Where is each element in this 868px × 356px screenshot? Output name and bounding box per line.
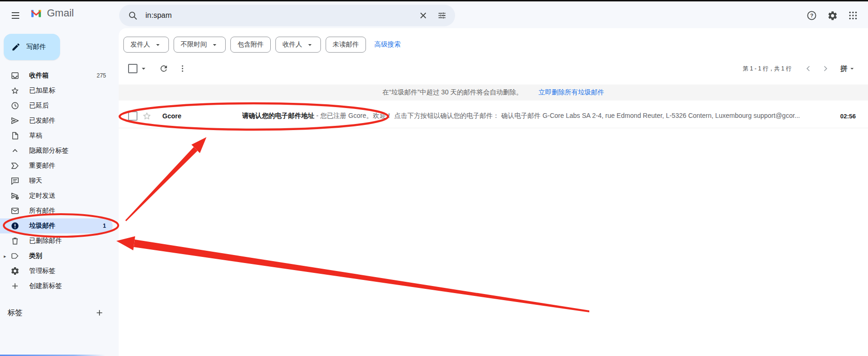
advanced-search-link[interactable]: 高级搜索 xyxy=(374,40,401,49)
sidebar-item-manage-labels[interactable]: 管理标签 xyxy=(0,263,113,279)
inbox-icon xyxy=(10,71,20,80)
select-all-checkbox[interactable] xyxy=(128,64,137,73)
main-panel: 发件人不限时间包含附件收件人未读邮件高级搜索 第 1 - 1 行，共 1 行 xyxy=(119,28,868,356)
main-menu-button[interactable] xyxy=(6,6,25,25)
sidebar-item-label: 管理标签 xyxy=(29,267,55,275)
sidebar-item-all-mail[interactable]: 所有邮件 xyxy=(0,203,113,218)
gear-icon xyxy=(827,10,838,21)
chevron-right-icon xyxy=(821,64,830,73)
sidebar-item-label: 隐藏部分标签 xyxy=(29,147,69,155)
pencil-icon xyxy=(11,42,21,52)
star-icon[interactable] xyxy=(142,111,152,121)
sidebar-item-categories[interactable]: ▸类别 xyxy=(0,248,113,263)
sidebar-nav: 收件箱275已加星标已延后已发邮件草稿隐藏部分标签重要邮件聊天定时发送所有邮件垃… xyxy=(0,68,119,294)
gear-icon xyxy=(10,266,20,276)
sidebar-item-spam[interactable]: 垃圾邮件1 xyxy=(0,218,113,233)
filter-chip-has-attachment[interactable]: 包含附件 xyxy=(230,37,271,53)
trash-icon xyxy=(10,236,20,246)
search-input[interactable] xyxy=(145,11,414,20)
spam-auto-delete-banner: 在“垃圾邮件”中超过 30 天的邮件将会自动删除。 立即删除所有垃圾邮件 xyxy=(119,85,868,101)
filter-chip-anytime[interactable]: 不限时间 xyxy=(174,37,226,53)
add-label-button[interactable] xyxy=(95,308,104,317)
toolbar-right: 第 1 - 1 行，共 1 行 拼 xyxy=(743,60,856,77)
sidebar-item-scheduled[interactable]: 定时发送 xyxy=(0,188,113,203)
email-subject-snippet: 请确认您的电子邮件地址 - 您已注册 Gcore。欢迎！ 点击下方按钮以确认您的… xyxy=(242,112,833,120)
gmail-logo: Gmail xyxy=(29,7,74,19)
select-dropdown-caret-icon[interactable] xyxy=(139,64,148,73)
input-method-selector[interactable]: 拼 xyxy=(840,64,856,73)
email-subject: 请确认您的电子邮件地址 xyxy=(242,112,314,119)
sidebar-item-label: 所有邮件 xyxy=(29,207,55,215)
unread-count-badge: 275 xyxy=(97,72,106,79)
sidebar-item-label: 已延后 xyxy=(29,101,49,110)
gmail-app: Gmail 写邮件 xyxy=(0,0,868,356)
top-header: Gmail xyxy=(0,1,868,28)
chip-label: 收件人 xyxy=(282,40,302,49)
send-icon xyxy=(10,116,20,125)
sidebar-item-label: 已加星标 xyxy=(29,86,55,95)
plus-icon xyxy=(10,281,20,291)
chip-label: 发件人 xyxy=(130,40,150,49)
delete-all-spam-link[interactable]: 立即删除所有垃圾邮件 xyxy=(539,88,604,97)
compose-button[interactable]: 写邮件 xyxy=(4,34,60,60)
more-options-button[interactable] xyxy=(173,59,192,78)
sidebar-item-snoozed[interactable]: 已延后 xyxy=(0,98,113,113)
chip-label: 包含附件 xyxy=(237,40,264,49)
sidebar-item-inbox[interactable]: 收件箱275 xyxy=(0,68,113,83)
pagination-status: 第 1 - 1 行，共 1 行 xyxy=(743,65,792,73)
search-options-button[interactable] xyxy=(433,6,451,25)
filter-chip-recipient[interactable]: 收件人 xyxy=(275,37,321,53)
sidebar-item-sent[interactable]: 已发邮件 xyxy=(0,113,113,128)
tune-icon xyxy=(437,10,447,21)
chevup-icon xyxy=(10,146,20,155)
sidebar-item-label: 重要邮件 xyxy=(29,162,55,170)
unread-count-badge: 1 xyxy=(103,223,106,229)
banner-text: 在“垃圾邮件”中超过 30 天的邮件将会自动删除。 xyxy=(382,88,523,97)
email-snippet: - 您已注册 Gcore。欢迎！ 点击下方按钮以确认您的电子邮件： 确认电子邮件… xyxy=(316,112,800,119)
email-row[interactable]: Gcore 请确认您的电子邮件地址 - 您已注册 Gcore。欢迎！ 点击下方按… xyxy=(119,104,868,128)
gmail-m-icon xyxy=(29,7,43,19)
sidebar-item-label: 已删除邮件 xyxy=(29,237,62,245)
list-toolbar: 第 1 - 1 行，共 1 行 拼 xyxy=(119,57,868,80)
filter-chip-sender[interactable]: 发件人 xyxy=(123,37,169,53)
older-page-button[interactable] xyxy=(817,60,834,77)
settings-button[interactable] xyxy=(822,6,843,25)
sidebar-item-label: 已发邮件 xyxy=(29,116,55,125)
search-icon xyxy=(128,10,138,21)
sidebar-item-drafts[interactable]: 草稿 xyxy=(0,128,113,143)
sidebar-item-important[interactable]: 重要邮件 xyxy=(0,158,113,173)
sidebar-item-label: 聊天 xyxy=(29,177,42,185)
hamburger-icon xyxy=(10,10,21,21)
sidebar-item-label: 收件箱 xyxy=(29,71,49,80)
close-icon xyxy=(418,10,428,21)
sidebar-item-label: 垃圾邮件 xyxy=(29,222,55,230)
compose-label: 写邮件 xyxy=(26,43,46,51)
draft-icon xyxy=(10,131,20,140)
star-icon xyxy=(10,86,20,95)
help-button[interactable] xyxy=(801,6,822,25)
sidebar-item-chats[interactable]: 聊天 xyxy=(0,173,113,188)
email-sender: Gcore xyxy=(162,112,242,120)
window-top-edge xyxy=(0,0,868,1)
chip-label: 不限时间 xyxy=(181,40,207,49)
chip-label: 未读邮件 xyxy=(333,40,359,49)
header-actions xyxy=(801,6,863,25)
sidebar-item-create-label[interactable]: 创建新标签 xyxy=(0,279,113,294)
expand-arrow-icon[interactable]: ▸ xyxy=(4,254,6,259)
schedsend-icon xyxy=(10,191,20,201)
email-checkbox[interactable] xyxy=(128,111,137,121)
sidebar-item-hide-labels[interactable]: 隐藏部分标签 xyxy=(0,143,113,158)
sidebar-item-trash[interactable]: 已删除邮件 xyxy=(0,233,113,248)
search-bar[interactable] xyxy=(119,5,455,26)
labels-section-header: 标签 xyxy=(0,305,113,320)
sidebar-item-starred[interactable]: 已加星标 xyxy=(0,83,113,98)
apps-grid-button[interactable] xyxy=(843,6,863,25)
sidebar: 写邮件 收件箱275已加星标已延后已发邮件草稿隐藏部分标签重要邮件聊天定时发送所… xyxy=(0,28,119,356)
filter-chip-unread[interactable]: 未读邮件 xyxy=(326,37,366,53)
chevron-left-icon xyxy=(804,64,813,73)
important-icon xyxy=(10,161,20,170)
newer-page-button[interactable] xyxy=(800,60,817,77)
clear-search-button[interactable] xyxy=(414,6,433,25)
refresh-button[interactable] xyxy=(154,59,173,78)
chevron-down-icon xyxy=(306,41,314,49)
